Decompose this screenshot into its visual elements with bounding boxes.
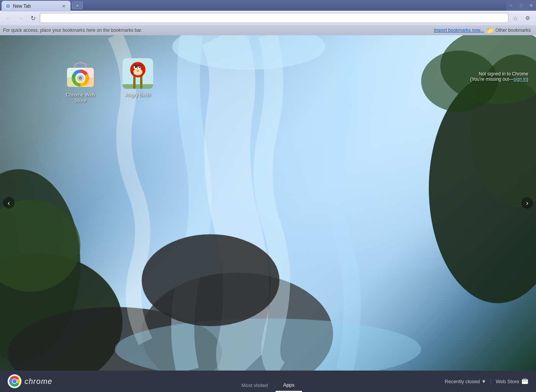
other-bookmarks-button[interactable]: 📁 Other bookmarks <box>484 26 533 35</box>
back-button[interactable]: ← <box>3 13 14 23</box>
chrome-web-store-app[interactable]: Chrome Web Store <box>61 58 100 103</box>
left-navigation-arrow[interactable]: ‹ <box>3 197 15 209</box>
bookmark-message: For quick access, place your bookmarks h… <box>3 28 433 33</box>
maximize-button[interactable]: □ <box>516 0 526 11</box>
address-input[interactable] <box>43 15 505 21</box>
other-bookmarks-label: Other bookmarks <box>495 28 531 33</box>
title-bar: New Tab ✕ + − □ ✕ <box>0 0 536 11</box>
svg-rect-41 <box>523 378 525 381</box>
angry-birds-icon <box>123 58 153 89</box>
svg-point-8 <box>429 74 536 303</box>
reload-button[interactable]: ↻ <box>28 13 38 23</box>
svg-rect-23 <box>85 68 94 87</box>
close-button[interactable]: ✕ <box>526 0 536 11</box>
signin-link[interactable]: sign in <box>513 77 527 82</box>
chrome-logo-icon <box>8 374 21 388</box>
bottom-tabs: Most visited Apps <box>234 379 302 392</box>
angry-birds-app[interactable]: Angry Birds <box>119 58 157 98</box>
svg-point-2 <box>7 5 9 7</box>
chrome-web-store-icon <box>65 58 96 89</box>
address-bar[interactable] <box>40 13 508 23</box>
active-tab[interactable]: New Tab ✕ <box>2 1 70 11</box>
svg-point-5 <box>0 200 80 292</box>
svg-point-38 <box>13 379 17 384</box>
bottom-bar: chrome Most visited Apps Recently closed… <box>0 371 536 392</box>
signin-line2: (You're missing out—sign in) <box>470 77 528 82</box>
signin-line1: Not signed in to Chrome <box>470 71 528 77</box>
navigation-bar: ← → ↻ ☆ ⚙ <box>0 11 536 25</box>
import-bookmarks-link[interactable]: Import bookmarks now... <box>434 28 484 33</box>
bookmark-bar: For quick access, place your bookmarks h… <box>0 25 536 35</box>
window-controls: − □ ✕ <box>506 0 536 11</box>
svg-point-6 <box>8 307 222 371</box>
main-content: Not signed in to Chrome (You're missing … <box>0 35 536 371</box>
apps-tab[interactable]: Apps <box>276 379 302 392</box>
recently-closed-label: Recently closed <box>444 379 480 384</box>
tab-close-button[interactable]: ✕ <box>60 3 67 9</box>
wrench-menu-button[interactable]: ⚙ <box>522 13 533 23</box>
tab-title: New Tab <box>13 3 60 9</box>
apps-container: Chrome Web Store <box>61 58 157 103</box>
chrome-logo-text: chrome <box>25 377 52 386</box>
svg-rect-42 <box>525 378 526 381</box>
svg-point-33 <box>139 67 141 68</box>
angry-birds-label: Angry Birds <box>125 92 150 98</box>
folder-icon: 📁 <box>486 27 494 34</box>
web-store-icon <box>521 378 528 385</box>
signin-notice: Not signed in to Chrome (You're missing … <box>470 71 528 82</box>
svg-point-13 <box>440 35 536 104</box>
svg-rect-35 <box>123 84 153 89</box>
svg-point-12 <box>142 234 279 326</box>
most-visited-tab[interactable]: Most visited <box>234 379 276 392</box>
right-navigation-arrow[interactable]: › <box>521 197 533 209</box>
svg-point-3 <box>0 253 123 371</box>
forward-button[interactable]: → <box>15 13 26 23</box>
svg-point-7 <box>142 273 333 371</box>
recently-closed-chevron-icon: ▼ <box>481 379 486 384</box>
tab-favicon-icon <box>5 3 11 9</box>
minimize-button[interactable]: − <box>506 0 516 11</box>
chrome-web-store-label: Chrome Web Store <box>61 92 100 103</box>
chrome-logo: chrome <box>8 374 52 388</box>
bottom-separator: | <box>490 377 492 385</box>
svg-point-11 <box>172 35 325 70</box>
svg-rect-22 <box>67 68 76 87</box>
svg-rect-40 <box>522 381 528 382</box>
recently-closed-button[interactable]: Recently closed ▼ <box>444 379 486 384</box>
bookmark-star-button[interactable]: ☆ <box>510 13 521 23</box>
web-store-label: Web Store <box>496 379 519 384</box>
new-tab-button[interactable]: + <box>72 2 83 9</box>
web-store-button[interactable]: Web Store <box>496 378 528 385</box>
bottom-right-controls: Recently closed ▼ | Web Store <box>444 377 528 385</box>
svg-point-10 <box>115 318 421 371</box>
